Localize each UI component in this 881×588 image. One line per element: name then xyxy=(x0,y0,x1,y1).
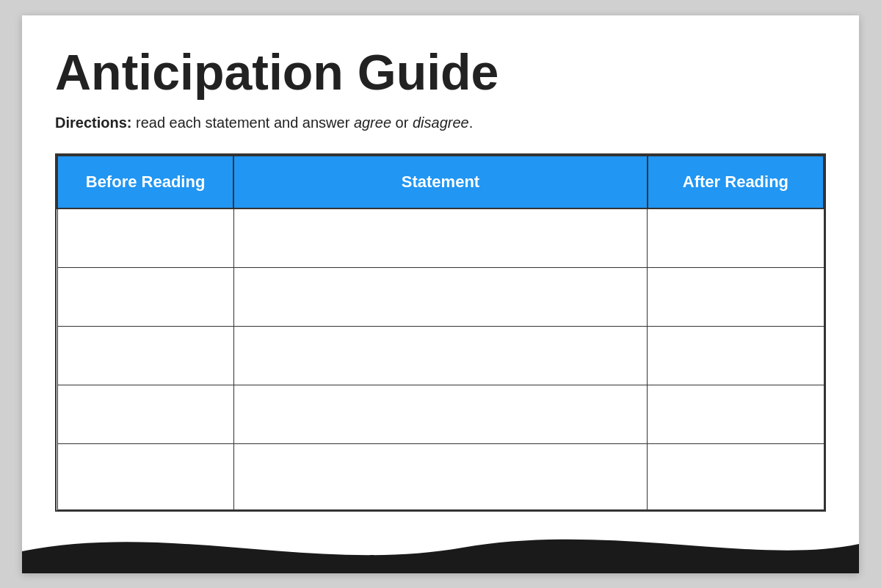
page-container: Anticipation Guide Directions: read each… xyxy=(22,15,859,573)
table-row xyxy=(57,326,824,385)
cell-statement-3[interactable] xyxy=(233,326,648,385)
cell-statement-5[interactable] xyxy=(233,443,648,509)
cell-before-3[interactable] xyxy=(57,326,233,385)
cell-before-2[interactable] xyxy=(57,267,233,326)
cell-after-3[interactable] xyxy=(648,326,824,385)
header-before-reading: Before Reading xyxy=(57,156,233,208)
directions-disagree: disagree xyxy=(413,115,469,131)
page-title: Anticipation Guide xyxy=(55,45,826,100)
cell-statement-4[interactable] xyxy=(233,385,648,443)
table-row xyxy=(57,443,824,509)
directions-body: read each statement and answer xyxy=(131,115,353,131)
table-row xyxy=(57,267,824,326)
table-header-row: Before Reading Statement After Reading xyxy=(57,156,824,208)
cell-after-2[interactable] xyxy=(648,267,824,326)
cell-after-5[interactable] xyxy=(648,443,824,509)
directions-text: Directions: read each statement and answ… xyxy=(55,112,826,133)
directions-suffix: . xyxy=(469,115,474,131)
directions-or: or xyxy=(391,115,413,131)
directions-label: Directions: xyxy=(55,115,131,131)
table-row xyxy=(57,208,824,267)
cell-before-1[interactable] xyxy=(57,208,233,267)
cell-after-1[interactable] xyxy=(648,208,824,267)
header-statement: Statement xyxy=(233,156,648,208)
cell-after-4[interactable] xyxy=(648,385,824,443)
cell-statement-2[interactable] xyxy=(233,267,648,326)
anticipation-table: Before Reading Statement After Reading xyxy=(57,155,824,510)
table-row xyxy=(57,385,824,443)
cell-before-5[interactable] xyxy=(57,443,233,509)
header-after-reading: After Reading xyxy=(648,156,824,208)
cell-before-4[interactable] xyxy=(57,385,233,443)
directions-agree: agree xyxy=(354,115,391,131)
wave-decoration xyxy=(22,522,859,573)
anticipation-table-wrapper: Before Reading Statement After Reading xyxy=(55,153,826,512)
cell-statement-1[interactable] xyxy=(233,208,648,267)
